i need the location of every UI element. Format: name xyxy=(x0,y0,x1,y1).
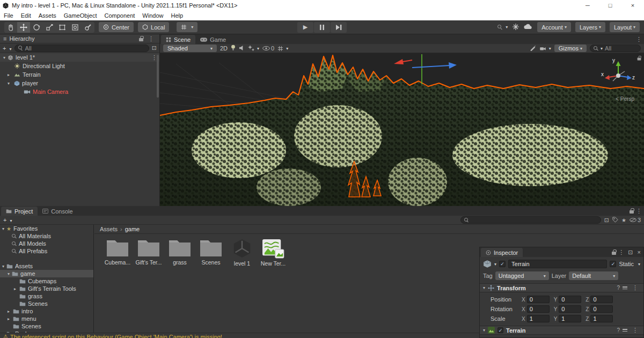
orientation-gizmo[interactable]: x y z xyxy=(601,58,635,93)
tree-folder-game[interactable]: ▾ game xyxy=(0,270,93,277)
tree-folder-scenes[interactable]: Scenes xyxy=(0,300,93,307)
close-button[interactable]: × xyxy=(621,0,644,11)
rotation-z-field[interactable]: 0 xyxy=(590,305,613,313)
breadcrumb-root[interactable]: Assets xyxy=(100,226,118,232)
pause-button[interactable] xyxy=(314,22,330,33)
position-x-field[interactable]: 0 xyxy=(527,296,550,303)
restore-button[interactable]: □ xyxy=(599,0,621,11)
create-button[interactable]: + ▾ xyxy=(3,45,12,52)
expand-arrow-icon[interactable]: ▾ xyxy=(483,285,485,290)
transform-component-header[interactable]: ▾ Transform ? ⋮ xyxy=(480,283,643,292)
layers-dropdown[interactable]: Layers▾ xyxy=(575,22,605,32)
scale-z-field[interactable]: 1 xyxy=(590,315,613,322)
menu-file[interactable]: File xyxy=(0,11,17,20)
search-in-icon[interactable]: ⊡ xyxy=(152,45,157,52)
saved-searches-icon[interactable]: ★ xyxy=(621,217,626,223)
favorite-all-prefabs[interactable]: All Prefabs xyxy=(0,247,93,255)
preset-icon[interactable] xyxy=(623,286,627,289)
tree-folder-cubemaps[interactable]: Cubemaps xyxy=(0,277,93,285)
kebab-menu-icon[interactable]: ⋮ xyxy=(634,36,644,42)
expand-arrow-icon[interactable]: ▾ xyxy=(2,264,4,269)
expand-arrow-icon[interactable]: ▸ xyxy=(8,72,10,77)
favorite-all-materials[interactable]: All Materials xyxy=(0,232,93,240)
asset-scene-level1[interactable]: level 1 xyxy=(226,238,258,267)
pivot-rotation-button[interactable]: Local xyxy=(138,22,169,32)
expand-arrow-icon[interactable]: ▸ xyxy=(8,309,10,314)
component-enabled-checkbox[interactable]: ✓ xyxy=(497,327,503,333)
object-name-field[interactable]: Terrain xyxy=(508,260,607,268)
assets-root[interactable]: ▾ Assets xyxy=(0,262,93,270)
expand-arrow-icon[interactable]: ▾ xyxy=(483,328,485,333)
tree-folder-scenes-2[interactable]: Scenes xyxy=(0,322,93,330)
breadcrumb-current[interactable]: game xyxy=(125,226,140,232)
scene-tools-button[interactable] xyxy=(530,45,536,52)
move-tool-icon[interactable] xyxy=(17,22,30,33)
audio-toggle[interactable] xyxy=(239,45,245,52)
rect-tool-icon[interactable] xyxy=(56,22,69,33)
hierarchy-item-terrain[interactable]: ▸ Terrain xyxy=(0,70,159,79)
effects-toggle[interactable]: ▾ xyxy=(248,45,259,52)
project-search-input[interactable] xyxy=(460,216,601,224)
asset-terrain-new[interactable]: New Ter... xyxy=(258,238,289,267)
position-z-field[interactable]: 0 xyxy=(590,296,613,303)
custom-tool-icon[interactable] xyxy=(82,22,94,33)
scene-viewport[interactable]: x y z < Persp xyxy=(160,53,644,206)
shading-mode-dropdown[interactable]: Shaded▾ xyxy=(163,45,217,52)
hierarchy-scrollbar[interactable] xyxy=(157,55,159,98)
tree-folder-menu[interactable]: ▸ menu xyxy=(0,315,93,322)
tree-folder-intro[interactable]: ▸ intro xyxy=(0,307,93,315)
lock-icon[interactable] xyxy=(139,38,143,41)
close-icon[interactable]: × xyxy=(635,249,643,255)
scene-visibility-toggle[interactable]: 0 xyxy=(262,45,274,52)
tab-inspector[interactable]: Inspector xyxy=(481,248,523,257)
kebab-menu-icon[interactable]: ⋮ xyxy=(146,36,156,42)
tree-folder-grass[interactable]: grass xyxy=(0,292,93,300)
kebab-menu-icon[interactable]: ⋮ xyxy=(616,249,626,255)
play-button[interactable]: ▶ xyxy=(297,22,313,33)
menu-component[interactable]: Component xyxy=(100,11,138,20)
icon-selector[interactable]: ▾ xyxy=(483,260,496,268)
layer-dropdown[interactable]: Default▾ xyxy=(569,271,618,280)
dock-icon[interactable]: ⊡ xyxy=(626,249,634,256)
tab-console[interactable]: Console xyxy=(38,207,77,216)
menu-window[interactable]: Window xyxy=(138,11,167,20)
hidden-packages-toggle[interactable]: 3 xyxy=(630,217,641,223)
expand-arrow-icon[interactable]: ▾ xyxy=(3,55,5,60)
minimize-button[interactable]: ─ xyxy=(576,0,599,11)
gizmos-dropdown[interactable]: Gizmos▾ xyxy=(554,45,587,52)
tab-game[interactable]: Game xyxy=(195,35,231,44)
scale-y-field[interactable]: 1 xyxy=(559,315,581,322)
step-button[interactable] xyxy=(331,22,347,33)
lighting-toggle[interactable] xyxy=(231,45,236,52)
hierarchy-item-directional-light[interactable]: Directional Light xyxy=(0,62,159,70)
lock-icon[interactable] xyxy=(638,57,641,60)
lock-icon[interactable] xyxy=(612,252,616,255)
rotate-tool-icon[interactable] xyxy=(30,22,43,33)
scale-x-field[interactable]: 1 xyxy=(527,315,550,322)
rotation-x-field[interactable]: 0 xyxy=(527,305,550,313)
scene-row[interactable]: ▾ level 1* ⋮ xyxy=(0,53,159,62)
tree-folder-gifts-terrain-tools[interactable]: ▸ Gift's Terrain Tools xyxy=(0,285,93,292)
hand-tool-icon[interactable] xyxy=(4,22,17,33)
rotation-y-field[interactable]: 0 xyxy=(559,305,581,313)
favorite-all-models[interactable]: All Models xyxy=(0,240,93,247)
expand-arrow-icon[interactable]: ▸ xyxy=(8,317,10,321)
asset-folder-grass[interactable]: grass xyxy=(164,238,195,267)
scale-tool-icon[interactable] xyxy=(43,22,56,33)
help-icon[interactable]: ? xyxy=(617,327,620,333)
kebab-menu-icon[interactable]: ⋮ xyxy=(630,285,640,291)
help-icon[interactable]: ? xyxy=(617,285,620,291)
tab-project[interactable]: Project xyxy=(1,207,38,216)
menu-gameobject[interactable]: GameObject xyxy=(60,11,101,20)
hierarchy-search-input[interactable]: All xyxy=(14,45,149,52)
scene-search-input[interactable]: ▾ All xyxy=(590,45,641,52)
layout-dropdown[interactable]: Layout▾ xyxy=(610,22,640,32)
expand-arrow-icon[interactable]: ▾ xyxy=(8,81,10,86)
static-checkbox[interactable]: ✓ xyxy=(610,261,616,267)
active-checkbox[interactable]: ✓ xyxy=(499,261,506,267)
tab-scene[interactable]: Scene xyxy=(161,35,195,44)
search-by-label-icon[interactable] xyxy=(612,217,618,224)
menu-assets[interactable]: Assets xyxy=(35,11,60,20)
tag-dropdown[interactable]: Untagged▾ xyxy=(495,271,549,280)
2d-toggle[interactable]: 2D xyxy=(220,45,228,52)
